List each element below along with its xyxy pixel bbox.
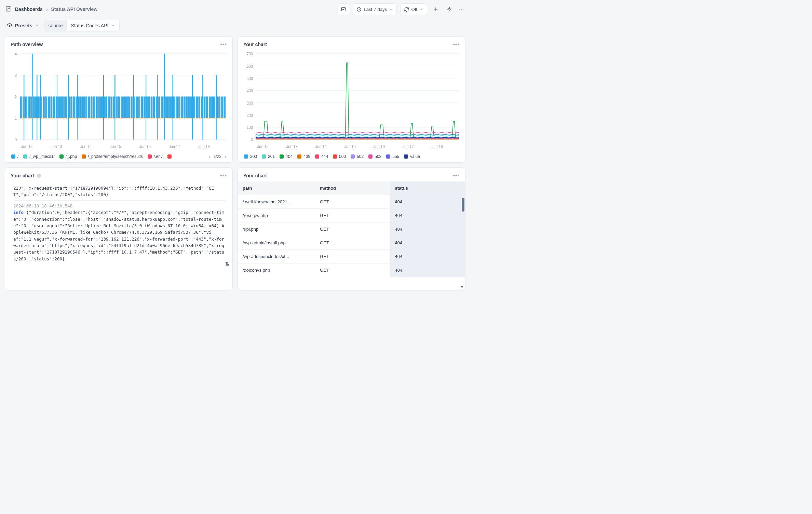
save-view-button[interactable]	[338, 3, 349, 15]
run-button[interactable]	[444, 3, 455, 15]
legend-swatch	[404, 154, 408, 159]
svg-rect-232	[87, 97, 87, 118]
legend-swatch	[368, 154, 373, 159]
legend-item[interactable]: /.env	[148, 154, 163, 159]
legend-label: 200	[250, 154, 257, 159]
svg-rect-464	[162, 97, 162, 118]
cell-status: 404	[390, 222, 461, 236]
svg-rect-116	[49, 97, 50, 118]
breadcrumb-root[interactable]: Dashboards	[15, 6, 43, 12]
log-view[interactable]: 220","x-request-start":"1718729190094"},…	[10, 181, 230, 266]
svg-rect-214	[81, 97, 82, 118]
column-header-status[interactable]: status	[390, 181, 461, 195]
svg-rect-206	[78, 97, 79, 118]
log-json: 220","x-request-start":"1718729190094"},…	[13, 186, 214, 197]
legend-item[interactable]: /_wp_imecs1/	[23, 154, 54, 159]
timerange-label: Last 7 days	[364, 7, 387, 12]
card-menu-button[interactable]: •••	[453, 173, 460, 179]
status-lines-chart[interactable]: 0100200300400500600700Jun 12Jun 13Jun 14…	[242, 50, 461, 151]
svg-rect-658	[224, 97, 225, 118]
legend-item[interactable]: 201	[262, 154, 275, 159]
legend-prev-button[interactable]: ‹	[209, 154, 210, 159]
log-entry[interactable]: 2024-06-18 18:46:30.548info {"duration":…	[13, 200, 226, 264]
table-row[interactable]: /wp-admin/includes/xl…GET404	[238, 250, 465, 263]
svg-rect-274	[100, 97, 101, 118]
presets-dropdown[interactable]: Presets	[5, 21, 41, 31]
svg-text:2: 2	[15, 94, 17, 99]
svg-rect-130	[54, 97, 54, 118]
legend-item[interactable]: /_profiler/empty/search/results	[82, 154, 143, 159]
timerange-picker[interactable]: Last 7 days	[353, 3, 397, 15]
svg-rect-98	[43, 97, 44, 118]
svg-text:Jun 14: Jun 14	[80, 144, 92, 149]
svg-rect-642	[219, 97, 220, 118]
scrollbar-thumb[interactable]	[462, 198, 464, 212]
table-row[interactable]: //wp-admin/install.phpGET404	[238, 236, 465, 250]
auto-refresh-toggle[interactable]: Off	[400, 3, 427, 15]
svg-rect-430	[151, 97, 151, 118]
legend-item[interactable]: 502	[351, 154, 364, 159]
legend-item[interactable]: 555	[386, 154, 399, 159]
table-row[interactable]: /upl.phpGET404	[238, 222, 465, 236]
card-menu-button[interactable]: •••	[220, 41, 227, 48]
add-widget-button[interactable]	[431, 3, 441, 15]
legend-item[interactable]: 404	[280, 154, 293, 159]
card-title: Your chart	[243, 173, 267, 178]
svg-rect-604	[207, 97, 207, 118]
svg-rect-512	[177, 97, 178, 118]
svg-rect-554	[191, 97, 191, 118]
svg-rect-454	[158, 97, 159, 118]
legend-item[interactable]	[167, 154, 174, 159]
svg-rect-540	[186, 97, 187, 118]
svg-rect-494	[171, 97, 172, 118]
svg-rect-268	[98, 97, 99, 118]
legend-item[interactable]: 500	[333, 154, 346, 159]
legend-item[interactable]: /_.php	[59, 154, 77, 159]
more-menu-button[interactable]	[458, 3, 465, 15]
svg-rect-298	[108, 97, 109, 118]
refresh-icon	[404, 7, 409, 12]
source-filter[interactable]: source Status Codes API	[44, 20, 120, 31]
svg-text:1: 1	[15, 116, 17, 121]
legend-item[interactable]: 439	[297, 154, 310, 159]
scrollbar[interactable]	[461, 198, 464, 283]
legend-next-button[interactable]: ›	[225, 154, 226, 159]
svg-rect-492	[171, 97, 171, 118]
column-header-method[interactable]: method	[315, 181, 390, 195]
svg-rect-534	[184, 97, 185, 118]
svg-rect-346	[123, 97, 124, 118]
legend-item[interactable]: 200	[244, 154, 257, 159]
svg-rect-322	[116, 97, 117, 118]
svg-rect-660	[225, 97, 226, 118]
svg-rect-162	[64, 97, 65, 118]
legend-item[interactable]: value	[404, 154, 420, 159]
log-entry[interactable]: 220","x-request-start":"1718729190094"},…	[13, 183, 226, 200]
scrollbar[interactable]	[226, 181, 229, 259]
card-menu-button[interactable]: •••	[220, 173, 227, 179]
legend-label: /	[17, 154, 18, 159]
legend-item[interactable]: /	[11, 154, 18, 159]
svg-rect-648	[221, 97, 222, 118]
svg-rect-680	[114, 75, 115, 140]
column-header-path[interactable]: path	[238, 181, 315, 195]
path-overview-chart[interactable]: 01234Jun 12Jun 13Jun 14Jun 15Jun 16Jun 1…	[9, 50, 228, 151]
log-timestamp: 2024-06-18 18:46:30.548	[13, 203, 226, 209]
svg-rect-152	[61, 97, 62, 118]
svg-rect-496	[172, 97, 173, 118]
scrollbar-arrow-down-icon[interactable]	[225, 262, 228, 264]
table-row[interactable]: /.well-known/shell2021…GET404	[238, 195, 465, 209]
svg-rect-212	[80, 97, 81, 118]
table-row[interactable]: /resetpw.phpGET404	[238, 209, 465, 222]
cell-status: 404	[390, 250, 461, 263]
svg-rect-260	[96, 97, 96, 118]
page-title: Status API Overview	[51, 6, 98, 12]
svg-rect-402	[141, 97, 142, 118]
scrollbar-arrow-down-icon[interactable]	[461, 286, 463, 288]
svg-rect-466	[162, 97, 163, 118]
table-row[interactable]: /doiconvs.phpGET404	[238, 263, 465, 277]
legend-item[interactable]: 444	[315, 154, 328, 159]
card-menu-button[interactable]: •••	[453, 41, 460, 48]
svg-rect-170	[67, 97, 67, 118]
legend-item[interactable]: 503	[368, 154, 381, 159]
svg-rect-338	[121, 97, 122, 118]
